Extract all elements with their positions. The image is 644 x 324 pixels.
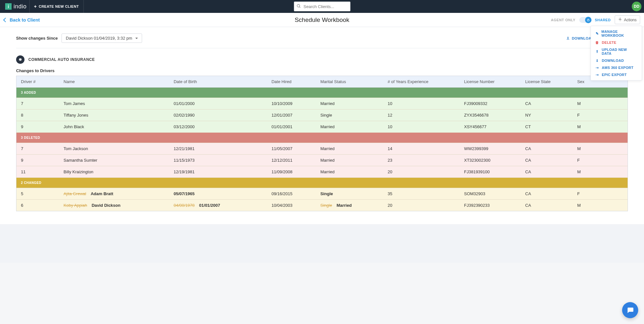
back-button[interactable]: Back to Client xyxy=(4,17,40,23)
cell-dob: 12/21/1981 xyxy=(169,143,267,155)
group-label: 3 DELETED xyxy=(16,133,628,143)
cell-state: CA xyxy=(521,166,572,178)
cell-name: Billy Kraizington xyxy=(59,166,169,178)
brand-text: indio xyxy=(14,3,27,10)
cell-num: 7 xyxy=(16,143,59,155)
col-date-hired: Date Hired xyxy=(267,76,316,88)
new-value: 05/07/1965 xyxy=(174,191,195,196)
cell-license: SOM32903 xyxy=(460,188,521,200)
group-header: 3 ADDED xyxy=(16,88,628,98)
actions-button[interactable]: Actions xyxy=(615,15,640,24)
cell-name: Koby AppiahDavid Dickson xyxy=(59,200,169,211)
cell-sex: M xyxy=(573,121,628,133)
table-row: 11Billy Kraizington12/19/198111/09/2008M… xyxy=(16,166,628,178)
svg-line-1 xyxy=(299,7,300,8)
cell-license: FJ392390233 xyxy=(460,200,521,211)
menu-manage-workbook[interactable]: ✎MANAGE WORKBOOK xyxy=(591,28,642,39)
cell-license: WW2399399 xyxy=(460,143,521,155)
cell-dob: 11/15/1973 xyxy=(169,155,267,166)
section-title: COMMERCIAL AUTO INSURANCE xyxy=(28,57,95,62)
cell-name: Tom Jackson xyxy=(59,143,169,155)
share-toggle[interactable] xyxy=(579,17,591,23)
changes-since-picker[interactable]: David Dickson 01/04/2019, 3:32 pm xyxy=(62,33,142,43)
cell-years: 20 xyxy=(383,166,459,178)
cell-marital: Married xyxy=(316,166,383,178)
cell-marital: Married xyxy=(316,98,383,110)
col-years: # of Years Experience xyxy=(383,76,459,88)
cell-hired: 12/01/2007 xyxy=(267,110,316,121)
cell-state: CA xyxy=(521,98,572,110)
cell-license: XSY456677 xyxy=(460,121,521,133)
avatar[interactable]: DD xyxy=(632,2,641,11)
cell-state: CA xyxy=(521,200,572,211)
back-label: Back to Client xyxy=(10,17,40,23)
subbar-right: AGENT ONLY SHARED Actions xyxy=(551,15,640,24)
caret-down-icon xyxy=(135,38,138,39)
menu-delete[interactable]: 🗑DELETE xyxy=(591,39,642,46)
new-value: David Dickson xyxy=(91,203,120,208)
shared-label: SHARED xyxy=(595,18,610,22)
cell-hired: 09/16/2015 xyxy=(267,188,316,200)
show-changes-label: Show changes Since xyxy=(16,36,58,41)
cell-marital: Single xyxy=(316,188,383,200)
cell-num: 6 xyxy=(16,200,59,211)
menu-ams360-export[interactable]: ⇢AMS 360 EXPORT xyxy=(591,64,642,71)
cell-num: 5 xyxy=(16,188,59,200)
cell-state: CA xyxy=(521,155,572,166)
table-row: 9Samantha Sumter11/15/197312/12/2011Marr… xyxy=(16,155,628,166)
cell-sex: F xyxy=(573,188,628,200)
cell-dob: 01/01/2000 xyxy=(169,98,267,110)
table-row: 7Tom Jackson12/21/198111/05/2007Married1… xyxy=(16,143,628,155)
cell-name: Ajita GrewalAdam Bratt xyxy=(59,188,169,200)
cell-license: XT323002300 xyxy=(460,155,521,166)
export-icon: ⇢ xyxy=(595,66,599,70)
plus-icon: + xyxy=(34,4,37,9)
menu-download[interactable]: ⇓DOWNLOAD xyxy=(591,57,642,64)
cell-dob: 02/02/1990 xyxy=(169,110,267,121)
col-dob: Date of Birth xyxy=(169,76,267,88)
old-value: 04/08/1978 xyxy=(174,203,195,208)
cell-sex: M xyxy=(573,200,628,211)
menu-epic-export[interactable]: ⇢EPIC EXPORT xyxy=(591,71,642,78)
pencil-icon: ✎ xyxy=(595,32,599,35)
logo-icon: i xyxy=(5,3,12,10)
group-label: 3 ADDED xyxy=(16,88,628,98)
topbar: i indio + CREATE NEW CLIENT DD xyxy=(0,0,644,13)
actions-menu: ✎MANAGE WORKBOOK 🗑DELETE ⇑UPLOAD NEW DAT… xyxy=(591,26,642,81)
car-icon xyxy=(16,55,24,64)
search-input[interactable] xyxy=(294,2,350,11)
subbar: Back to Client Schedule Workbook AGENT O… xyxy=(0,13,644,27)
table-row: 5Ajita GrewalAdam Bratt05/07/196509/16/2… xyxy=(16,188,628,200)
old-value: Single xyxy=(320,203,332,208)
download-icon xyxy=(566,36,570,41)
old-value: Koby Appiah xyxy=(63,203,87,208)
create-client-button[interactable]: + CREATE NEW CLIENT xyxy=(29,0,84,13)
cell-state: CT xyxy=(521,121,572,133)
section-header: COMMERCIAL AUTO INSURANCE xyxy=(16,55,628,64)
chevron-left-icon xyxy=(3,17,8,22)
cell-marital: SingleMarried xyxy=(316,200,383,211)
cell-hired: 11/05/2007 xyxy=(267,143,316,155)
new-value: Married xyxy=(337,203,352,208)
gear-icon xyxy=(618,17,622,22)
table-row: 7Tom James01/01/200010/10/2009Married10F… xyxy=(16,98,628,110)
drivers-table: Driver # Name Date of Birth Date Hired M… xyxy=(16,76,628,211)
col-driver-num: Driver # xyxy=(16,76,59,88)
cell-sex: M xyxy=(573,166,628,178)
cell-num: 8 xyxy=(16,110,59,121)
cell-sex: M xyxy=(573,98,628,110)
footer-space xyxy=(0,224,644,263)
cell-years: 14 xyxy=(383,143,459,155)
cell-hired: 10/10/2009 xyxy=(267,98,316,110)
col-name: Name xyxy=(59,76,169,88)
brand-logo[interactable]: i indio xyxy=(3,3,29,10)
cell-marital: Single xyxy=(316,110,383,121)
cell-num: 9 xyxy=(16,121,59,133)
menu-upload-new-data[interactable]: ⇑UPLOAD NEW DATA xyxy=(591,46,642,57)
new-value: Adam Bratt xyxy=(91,191,113,196)
upload-icon: ⇑ xyxy=(595,50,599,53)
old-value: Ajita Grewal xyxy=(63,191,86,196)
show-changes-row: Show changes Since David Dickson 01/04/2… xyxy=(16,32,628,48)
actions-label: Actions xyxy=(624,18,637,22)
subsection-title: Changes to Drivers xyxy=(16,68,628,73)
